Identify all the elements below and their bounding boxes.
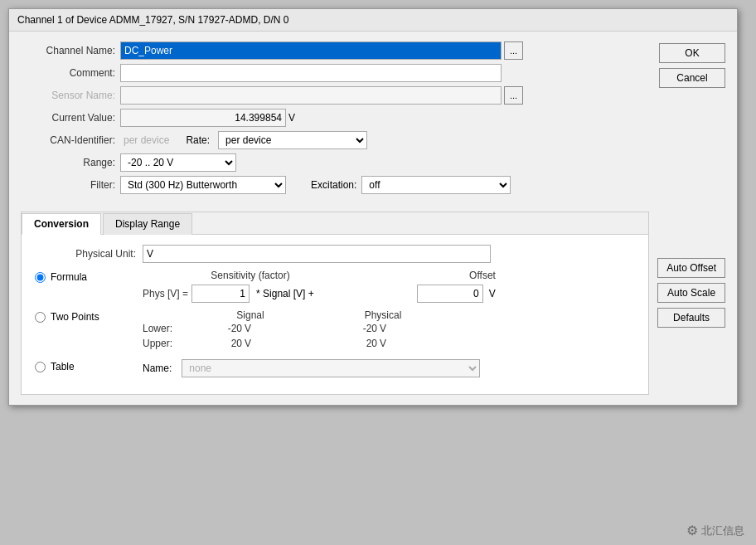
filter-select[interactable]: Std (300 Hz) Butterworth None User defin… xyxy=(120,176,286,194)
sensor-name-field-group: ... xyxy=(120,86,523,105)
channel-name-label: Channel Name: xyxy=(21,45,120,56)
table-label: Table xyxy=(51,361,75,372)
title-bar: Channel 1 of Device ADMM_17927, S/N 1792… xyxy=(9,9,737,32)
phys-eq-label: Phys [V] = xyxy=(143,288,188,299)
offset-header: Offset xyxy=(441,270,524,281)
conversion-buttons: Auto Offset Auto Scale Defaults xyxy=(657,203,725,395)
lower-label: Lower: xyxy=(143,323,192,334)
gear-icon: ⚙ xyxy=(686,523,698,538)
auto-scale-button[interactable]: Auto Scale xyxy=(657,283,725,303)
defaults-button[interactable]: Defaults xyxy=(657,308,725,328)
table-name-label: Name: xyxy=(143,363,172,374)
upper-physical-value: 20 xyxy=(327,338,377,349)
tab-bar: Conversion Display Range xyxy=(22,212,648,235)
signal-header: Signal xyxy=(184,309,317,321)
signal-eq-label: * Signal [V] + xyxy=(256,288,314,299)
sensitivity-input[interactable] xyxy=(191,285,250,303)
tab-section: Conversion Display Range Physical Unit: xyxy=(21,212,649,395)
dialog-title: Channel 1 of Device ADMM_17927, S/N 1792… xyxy=(17,14,289,26)
table-name-select[interactable]: none xyxy=(182,359,480,377)
rate-section: Rate: per device xyxy=(186,131,367,149)
table-radio[interactable] xyxy=(35,362,46,372)
sensitivity-header: Sensitivity (factor) xyxy=(143,270,358,281)
two-points-row: Two Points Signal Physical Lower: xyxy=(35,309,635,353)
physical-header: Physical xyxy=(317,309,449,321)
physical-unit-input[interactable] xyxy=(143,245,491,263)
sensor-name-input[interactable] xyxy=(120,86,502,105)
ok-button[interactable]: OK xyxy=(659,43,725,63)
tab-content-conversion: Physical Unit: Formula Sensitivit xyxy=(22,235,648,394)
offset-unit: V xyxy=(489,288,496,299)
two-points-radio[interactable] xyxy=(35,312,46,323)
auto-offset-button[interactable]: Auto Offset xyxy=(657,258,725,278)
filter-label: Filter: xyxy=(21,179,120,191)
comment-input[interactable] xyxy=(120,64,502,82)
formula-content: Sensitivity (factor) Offset Phys [V] = *… xyxy=(143,270,635,303)
rate-select[interactable]: per device xyxy=(218,131,367,149)
can-identifier-value: per device xyxy=(124,134,169,146)
upper-signal-unit: V xyxy=(245,338,261,349)
watermark: ⚙ 北汇信息 xyxy=(686,523,744,538)
formula-radio[interactable] xyxy=(35,272,46,283)
current-value-label: Current Value: xyxy=(21,112,120,124)
tab-display-range[interactable]: Display Range xyxy=(103,213,192,235)
excitation-label: Excitation: xyxy=(311,179,356,191)
table-content: Name: none xyxy=(143,359,480,377)
offset-input[interactable] xyxy=(417,285,483,303)
upper-signal-value: 20 xyxy=(192,338,242,349)
excitation-select[interactable]: off on xyxy=(361,176,511,194)
channel-name-field-group: ... xyxy=(120,41,523,60)
lower-signal-value: -20 xyxy=(192,323,242,334)
channel-name-input[interactable] xyxy=(120,41,502,60)
formula-row: Formula Sensitivity (factor) Offset Phys… xyxy=(35,270,635,303)
lower-physical-unit: V xyxy=(380,323,396,334)
upper-label: Upper: xyxy=(143,338,192,349)
current-value-display xyxy=(120,109,286,127)
physical-unit-label: Physical Unit: xyxy=(35,248,143,260)
channel-name-browse-button[interactable]: ... xyxy=(504,41,523,60)
cancel-button[interactable]: Cancel xyxy=(659,68,725,88)
current-value-unit: V xyxy=(288,112,295,124)
sensor-name-browse-button[interactable]: ... xyxy=(504,86,523,105)
rate-label: Rate: xyxy=(186,134,210,146)
formula-label: Formula xyxy=(51,271,87,283)
can-identifier-label: CAN-Identifier: xyxy=(21,134,120,146)
ok-cancel-area: OK Cancel xyxy=(659,41,725,198)
table-row: Table Name: none xyxy=(35,359,635,377)
lower-physical-value: -20 xyxy=(327,323,377,334)
lower-signal-unit: V xyxy=(245,323,261,334)
comment-label: Comment: xyxy=(21,67,120,79)
excitation-section: Excitation: off on xyxy=(311,176,511,194)
range-select[interactable]: -20 .. 20 V -10 .. 10 V 0 .. 10 V xyxy=(120,153,236,172)
main-dialog: Channel 1 of Device ADMM_17927, S/N 1792… xyxy=(8,8,738,406)
sensor-name-label: Sensor Name: xyxy=(21,90,120,101)
tab-conversion[interactable]: Conversion xyxy=(22,213,101,235)
range-label: Range: xyxy=(21,157,120,168)
two-points-label: Two Points xyxy=(51,311,99,323)
upper-physical-unit: V xyxy=(380,338,396,349)
watermark-text: 北汇信息 xyxy=(701,523,744,538)
two-points-content: Signal Physical Lower: -20 V -20 V xyxy=(143,309,635,353)
